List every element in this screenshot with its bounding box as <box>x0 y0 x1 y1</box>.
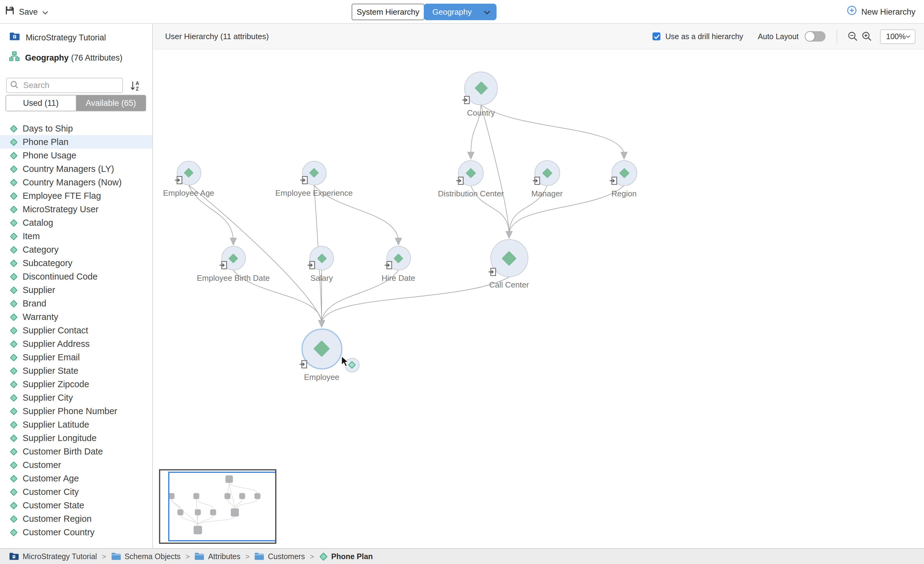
breadcrumb-item[interactable]: Phone Plan <box>319 552 373 561</box>
chevron-down-icon <box>484 8 490 16</box>
attribute-label: Country Managers (Now) <box>22 177 122 187</box>
attribute-diamond-icon <box>10 205 18 213</box>
attribute-list-item[interactable]: Warranty <box>0 310 153 324</box>
attribute-list-item[interactable]: Phone Plan <box>0 135 153 148</box>
attribute-label: Days to Ship <box>22 124 73 134</box>
attribute-list-item[interactable]: Supplier <box>0 283 153 297</box>
auto-layout-label: Auto Layout <box>758 32 799 40</box>
save-button[interactable]: Save <box>5 0 48 23</box>
attribute-list-item[interactable]: Country Managers (Now) <box>0 176 153 189</box>
attribute-diamond-icon <box>10 488 18 496</box>
attribute-label: Discontinued Code <box>22 272 98 281</box>
breadcrumb-label: Attributes <box>208 552 241 561</box>
sidebar-project-row[interactable]: MicroStrategy Tutorial <box>0 27 152 48</box>
attribute-list-item[interactable]: Supplier City <box>0 391 153 404</box>
attribute-list-item[interactable]: Country Managers (LY) <box>0 162 153 176</box>
toggle-knob <box>806 32 814 41</box>
attribute-list: Days to ShipPhone PlanPhone UsageCountry… <box>0 122 153 548</box>
attribute-diamond-icon <box>10 461 18 469</box>
attribute-diamond-icon <box>10 232 18 240</box>
auto-layout-toggle[interactable] <box>805 31 825 42</box>
breadcrumb-item[interactable]: Schema Objects <box>111 552 180 561</box>
attribute-list-item[interactable]: Brand <box>0 297 153 310</box>
attribute-list-item[interactable]: Supplier Contact <box>0 324 153 337</box>
attribute-diamond-icon <box>10 447 18 455</box>
tab-available[interactable]: Available (65) <box>76 95 146 111</box>
drill-hierarchy-checkbox[interactable] <box>652 32 660 40</box>
sidebar: MicroStrategy Tutorial Geography(76 Attr… <box>0 24 153 548</box>
folder-icon <box>111 552 121 560</box>
new-hierarchy-button[interactable]: New Hierarchy <box>841 0 921 23</box>
tab-geography[interactable]: Geography <box>424 4 496 20</box>
attribute-diamond-icon <box>10 152 18 159</box>
attribute-list-item[interactable]: Days to Ship <box>0 122 153 135</box>
attribute-list-item[interactable]: Phone Usage <box>0 148 153 162</box>
attribute-list-item[interactable]: Category <box>0 243 153 256</box>
attribute-list-item[interactable]: Customer Country <box>0 525 153 539</box>
attribute-diamond-icon <box>541 167 553 179</box>
zoom-out-button[interactable] <box>846 29 860 44</box>
breadcrumb-item[interactable]: MicroStrategy Tutorial <box>9 552 97 561</box>
attribute-diamond-icon <box>10 165 18 173</box>
attribute-diamond-icon <box>618 167 630 179</box>
attribute-list-item[interactable]: Supplier Phone Number <box>0 404 153 418</box>
attribute-list-item[interactable]: Supplier Latitude <box>0 418 153 431</box>
sidebar-filter-tabs: Used (11) Available (65) <box>6 95 146 111</box>
divider <box>837 30 837 43</box>
breadcrumb-separator: > <box>245 552 249 561</box>
tab-system-hierarchy[interactable]: System Hierarchy <box>352 4 424 20</box>
attribute-diamond-icon <box>10 259 18 267</box>
attribute-list-item[interactable]: Customer Region <box>0 512 153 525</box>
breadcrumb-item[interactable]: Attributes <box>195 552 241 561</box>
attribute-label: Brand <box>22 298 46 308</box>
entry-point-icon <box>532 176 540 188</box>
entry-point-icon <box>175 175 183 187</box>
attribute-diamond-icon <box>10 124 18 132</box>
entry-point-icon <box>462 95 470 107</box>
zoom-level-select[interactable]: 100% <box>880 29 915 44</box>
attribute-list-item[interactable]: Customer Age <box>0 472 153 485</box>
attribute-list-item[interactable]: Customer City <box>0 485 153 498</box>
attribute-list-item[interactable]: Supplier Email <box>0 351 153 364</box>
attribute-list-item[interactable]: Customer State <box>0 498 153 512</box>
search-input[interactable] <box>22 80 118 90</box>
attribute-label: Subcategory <box>22 258 72 268</box>
node-label: Country <box>426 108 536 117</box>
attribute-list-item[interactable]: Subcategory <box>0 256 153 270</box>
sort-az-button[interactable]: AZ <box>130 80 141 91</box>
breadcrumb-label: MicroStrategy Tutorial <box>22 552 97 561</box>
entry-point-icon <box>300 175 308 187</box>
tab-used[interactable]: Used (11) <box>6 95 76 111</box>
attribute-diamond-icon <box>316 252 327 264</box>
attribute-label: Customer Age <box>22 474 79 483</box>
attribute-list-item[interactable]: Catalog <box>0 216 153 230</box>
minimap[interactable] <box>159 469 276 544</box>
folder-icon <box>254 552 264 560</box>
diagram-area[interactable]: CountryEmployee AgeEmployee ExperienceDi… <box>153 50 924 548</box>
attribute-list-item[interactable]: Customer Birth Date <box>0 445 153 458</box>
attribute-list-item[interactable]: Supplier State <box>0 364 153 377</box>
attribute-list-item[interactable]: Supplier Longitude <box>0 431 153 445</box>
entry-point-icon <box>308 261 315 272</box>
attribute-label: Category <box>22 244 59 255</box>
attribute-label: Item <box>22 231 40 241</box>
project-folder-icon <box>9 32 20 43</box>
attribute-list-item[interactable]: Supplier Address <box>0 337 153 351</box>
attribute-list-item[interactable]: Supplier Zipcode <box>0 377 153 391</box>
zoom-in-button[interactable] <box>860 29 874 44</box>
breadcrumb-item[interactable]: Customers <box>254 552 305 561</box>
attribute-list-item[interactable]: Item <box>0 230 153 243</box>
diagram-node-dragged-attribute[interactable] <box>345 357 359 372</box>
attribute-list-item[interactable]: Customer <box>0 458 153 472</box>
attribute-list-item[interactable]: MicroStrategy User <box>0 202 153 216</box>
minimap-viewport[interactable] <box>168 472 276 542</box>
attribute-label: Country Managers (LY) <box>22 164 114 174</box>
attribute-list-item[interactable]: Employee FTE Flag <box>0 189 153 202</box>
diagram-node-employee[interactable] <box>301 328 342 369</box>
attribute-diamond-icon <box>10 407 18 415</box>
attribute-list-item[interactable]: Discontinued Code <box>0 270 153 283</box>
attribute-diamond-icon <box>10 178 18 186</box>
attribute-label: Supplier Address <box>22 339 90 349</box>
attribute-diamond-icon <box>10 380 18 388</box>
svg-text:A: A <box>136 81 140 86</box>
